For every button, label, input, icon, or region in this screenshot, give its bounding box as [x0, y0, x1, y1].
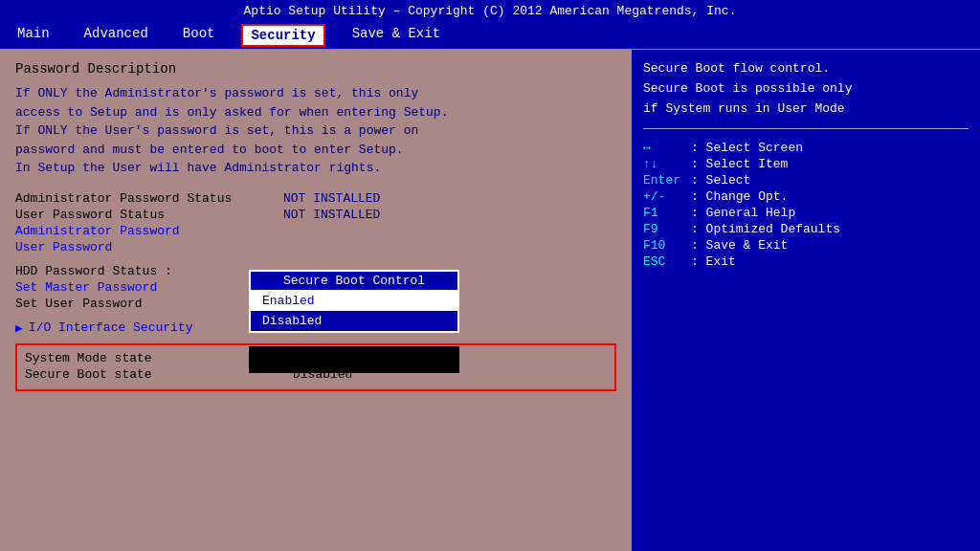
user-password-status-row: User Password Status NOT INSTALLED [15, 208, 616, 222]
key-help-arrows: ↔ : Select Screen [643, 141, 969, 155]
user-password-status-label: User Password Status [15, 208, 283, 222]
key-f10: F10 [643, 238, 691, 253]
admin-password-status-label: Administrator Password Status [15, 191, 283, 206]
hdd-password-label: HDD Password Status : [15, 264, 283, 278]
key-help-f1: F1 : General Help [643, 206, 969, 220]
key-esc: ESC [643, 254, 691, 269]
title-bar: Aptio Setup Utility – Copyright (C) 2012… [0, 0, 980, 22]
description-section: Password Description If ONLY the Adminis… [15, 61, 616, 178]
key-esc-desc: : Exit [691, 254, 736, 269]
key-updown-desc: : Select Item [691, 157, 788, 171]
key-helps: ↔ : Select Screen ↑↓ : Select Item Enter… [643, 141, 969, 271]
menu-main[interactable]: Main [10, 24, 57, 47]
menu-boot[interactable]: Boot [175, 24, 223, 47]
title-text: Aptio Setup Utility – Copyright (C) 2012… [244, 4, 737, 18]
user-password-link[interactable]: User Password [15, 240, 616, 254]
key-arrows: ↔ [643, 141, 691, 155]
menu-save-exit[interactable]: Save & Exit [345, 24, 448, 47]
io-interface-label: I/O Interface Security [29, 320, 193, 335]
secure-boot-popup: Secure Boot Control Enabled Disabled [249, 270, 459, 333]
right-panel: Secure Boot flow control. Secure Boot is… [632, 50, 980, 551]
key-f9-desc: : Optimized Defaults [691, 222, 840, 236]
key-arrows-desc: : Select Screen [691, 141, 803, 155]
key-f9: F9 [643, 222, 691, 236]
key-enter: Enter [643, 173, 691, 187]
key-f10-desc: : Save & Exit [691, 238, 788, 253]
admin-password-status-value: NOT INSTALLED [283, 191, 380, 206]
key-help-enter: Enter : Select [643, 173, 969, 187]
key-help-plusminus: +/- : Change Opt. [643, 189, 969, 204]
arrow-icon: ▶ [15, 320, 23, 336]
left-panel: Password Description If ONLY the Adminis… [0, 50, 632, 551]
help-text: Secure Boot flow control. Secure Boot is… [643, 59, 969, 129]
popup-title: Secure Boot Control [251, 272, 457, 291]
key-help-f10: F10 : Save & Exit [643, 238, 969, 253]
menu-bar: Main Advanced Boot Security Save & Exit [0, 22, 980, 50]
popup-option-disabled[interactable]: Disabled [251, 311, 457, 331]
key-plusminus-desc: : Change Opt. [691, 189, 788, 204]
popup-option-enabled[interactable]: Enabled [251, 291, 457, 311]
set-user-label: Set User Password [15, 297, 283, 311]
key-f1: F1 [643, 206, 691, 220]
main-layout: Password Description If ONLY the Adminis… [0, 50, 980, 551]
key-help-f9: F9 : Optimized Defaults [643, 222, 969, 236]
key-f1-desc: : General Help [691, 206, 795, 220]
menu-security[interactable]: Security [241, 24, 324, 47]
menu-advanced[interactable]: Advanced [77, 24, 156, 47]
admin-password-status-row: Administrator Password Status NOT INSTAL… [15, 191, 616, 206]
key-help-esc: ESC : Exit [643, 254, 969, 269]
admin-password-link[interactable]: Administrator Password [15, 224, 616, 238]
black-bar [249, 346, 459, 373]
key-updown: ↑↓ [643, 157, 691, 171]
key-enter-desc: : Select [691, 173, 750, 187]
key-plusminus: +/- [643, 189, 691, 204]
description-text: If ONLY the Administrator's password is … [15, 84, 616, 178]
user-password-status-value: NOT INSTALLED [283, 208, 380, 222]
description-title: Password Description [15, 61, 616, 77]
key-help-updown: ↑↓ : Select Item [643, 157, 969, 171]
